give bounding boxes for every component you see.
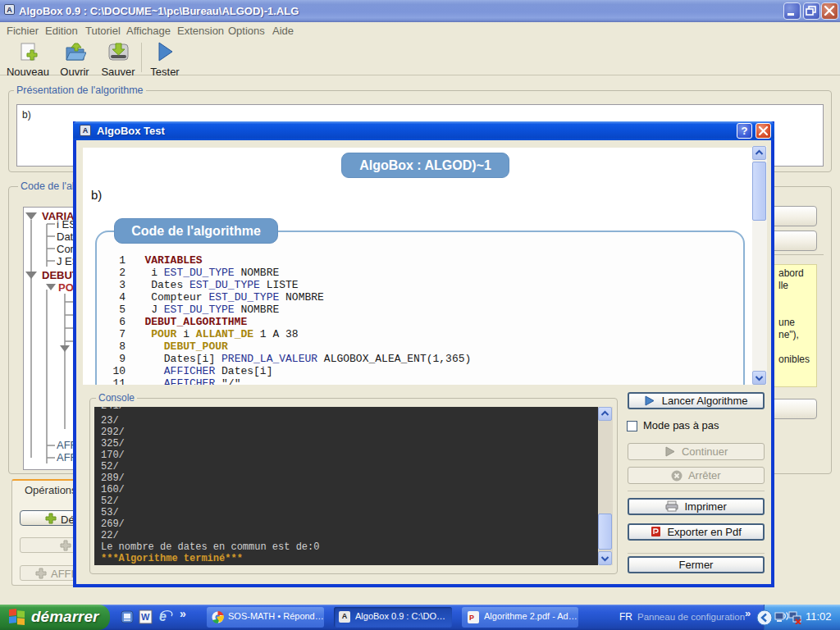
svg-text:W: W bbox=[141, 612, 150, 622]
svg-text:P: P bbox=[469, 614, 474, 622]
